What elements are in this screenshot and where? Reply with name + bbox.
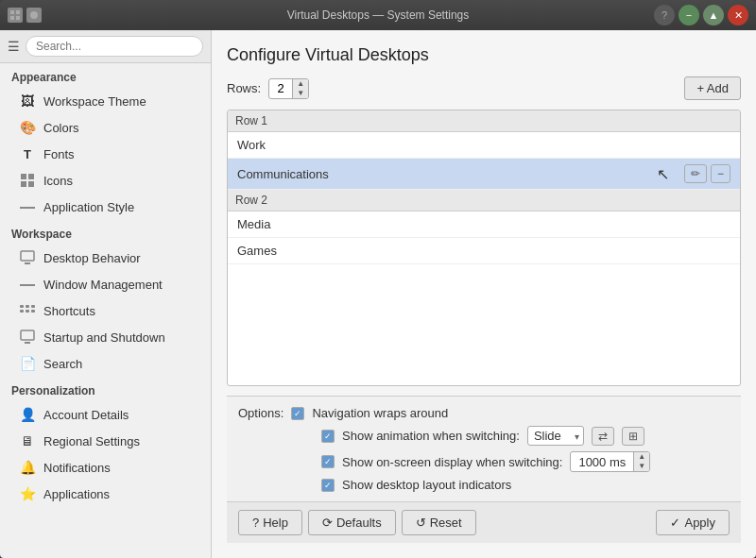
show-osd-option: ✓ Show on-screen display when switching:… [238,451,730,472]
desktop-name-media: Media [237,217,270,231]
show-layout-checkbox[interactable]: ✓ [321,479,335,492]
svg-rect-3 [16,16,20,20]
rows-increment[interactable]: ▲ [293,79,308,89]
sidebar-item-colors[interactable]: 🎨 Colors [0,114,211,141]
help-button[interactable]: ? Help [238,510,302,535]
search-input[interactable] [26,36,203,57]
sidebar-item-label: Startup and Shutdown [43,330,165,345]
sidebar-item-search[interactable]: 📄 Search [0,350,211,377]
nav-wraps-label: Navigation wraps around [312,406,448,420]
svg-rect-5 [21,174,26,179]
help-button[interactable]: ? [654,5,675,25]
svg-rect-16 [20,310,24,313]
osd-increment[interactable]: ▲ [634,452,649,462]
notifications-icon: 🔔 [19,459,36,476]
remove-desktop-button[interactable]: − [711,164,730,183]
content-area: Configure Virtual Desktops Rows: 2 ▲ ▼ +… [212,30,756,558]
svg-rect-15 [31,305,35,308]
rows-control: Rows: 2 ▲ ▼ + Add [227,76,741,100]
sidebar-item-label: Fonts [43,147,75,161]
shortcuts-icon [19,302,36,319]
defaults-button[interactable]: ⟳ Defaults [308,510,396,535]
edit-desktop-button[interactable]: ✏ [684,164,707,183]
rows-decrement[interactable]: ▼ [293,89,308,98]
cursor-arrow: ↖ [657,165,669,183]
show-animation-checkbox[interactable]: ✓ [321,430,335,443]
sidebar-item-label: Desktop Behavior [43,251,141,265]
desktop-row-games[interactable]: Games [228,238,740,264]
reset-icon: ↺ [416,516,426,530]
help-icon: ? [252,516,259,530]
help-label: Help [263,516,288,530]
show-osd-checkbox[interactable]: ✓ [321,455,335,468]
window-title: Virtual Desktops — System Settings [287,8,470,22]
applications-icon: ⭐ [19,485,36,502]
desktop-name-games: Games [237,244,277,258]
sidebar-item-regional-settings[interactable]: 🖥 Regional Settings [0,428,211,454]
sidebar-item-application-style[interactable]: Application Style [0,194,211,220]
animation-config-btn[interactable]: ⇄ [592,427,614,446]
apply-label: Apply [684,516,715,530]
sidebar-item-label: Search [43,357,82,371]
show-animation-label: Show animation when switching: [342,429,520,443]
hamburger-icon[interactable]: ☰ [8,39,20,54]
sidebar-item-icons[interactable]: Icons [0,167,211,194]
page-title: Configure Virtual Desktops [227,45,741,65]
svg-rect-13 [20,305,24,308]
account-details-icon: 👤 [19,406,36,423]
svg-rect-18 [31,310,35,313]
section-header-personalization: Personalization [0,377,211,401]
animation-select-wrapper: Slide Fade None [527,426,584,446]
sidebar-item-shortcuts[interactable]: Shortcuts [0,297,211,324]
svg-rect-17 [26,310,29,313]
bottom-bar: ? Help ⟳ Defaults ↺ Reset ✓ Apply [227,501,741,543]
desktop-row-work[interactable]: Work [228,132,740,159]
animation-select[interactable]: Slide Fade None [527,426,584,446]
osd-decrement[interactable]: ▼ [634,462,649,471]
main-window: Virtual Desktops — System Settings ? − ▲… [0,0,756,558]
section-header-workspace: Workspace [0,220,211,245]
sidebar-item-label: Window Management [43,278,163,292]
sidebar-item-applications[interactable]: ⭐ Applications [0,481,211,507]
sidebar-item-label: Account Details [43,408,129,422]
svg-rect-11 [25,262,30,264]
sidebar-item-label: Shortcuts [43,304,95,318]
sidebar-item-desktop-behavior[interactable]: Desktop Behavior [0,245,211,271]
rows-label: Rows: [227,81,261,95]
titlebar: Virtual Desktops — System Settings ? − ▲… [0,0,756,30]
apply-button[interactable]: ✓ Apply [656,510,730,535]
reset-label: Reset [430,516,462,530]
reset-button[interactable]: ↺ Reset [402,510,476,535]
sidebar-item-fonts[interactable]: T Fonts [0,141,211,167]
sidebar-item-label: Application Style [43,200,134,214]
add-desktop-button[interactable]: + Add [684,76,741,100]
desktop-row-communications[interactable]: Communications ↖ ✏ − [228,159,740,190]
close-button[interactable]: ✕ [728,5,748,25]
sidebar-item-label: Icons [43,174,73,188]
osd-spinner[interactable]: 1000 ms ▲ ▼ [570,451,650,472]
rows-value: 2 [269,79,292,97]
desktop-row-media[interactable]: Media [228,211,740,238]
rows-spinner[interactable]: 2 ▲ ▼ [268,78,309,99]
show-layout-option: ✓ Show desktop layout indicators [238,478,730,492]
svg-rect-9 [20,207,35,209]
nav-wraps-checkbox[interactable]: ✓ [291,407,304,420]
sidebar-item-account-details[interactable]: 👤 Account Details [0,401,211,428]
minimize-button[interactable]: − [679,5,699,25]
sidebar-item-workspace-theme[interactable]: 🖼 Workspace Theme [0,88,211,114]
sidebar-item-notifications[interactable]: 🔔 Notifications [0,454,211,481]
osd-value: 1000 ms [571,453,633,471]
defaults-icon: ⟳ [322,516,333,530]
section-header-appearance: Appearance [0,63,211,88]
colors-icon: 🎨 [19,119,36,136]
sidebar-item-startup-shutdown[interactable]: Startup and Shutdown [0,324,211,350]
svg-rect-12 [20,284,35,286]
animation-preview-btn[interactable]: ⊞ [622,427,644,446]
svg-rect-7 [21,181,26,187]
svg-point-4 [30,11,38,19]
desktop-name-communications: Communications [237,167,329,181]
maximize-button[interactable]: ▲ [703,5,724,25]
sidebar-item-window-management[interactable]: Window Management [0,271,211,297]
sidebar-top: ☰ [0,30,211,63]
svg-rect-20 [25,342,30,344]
